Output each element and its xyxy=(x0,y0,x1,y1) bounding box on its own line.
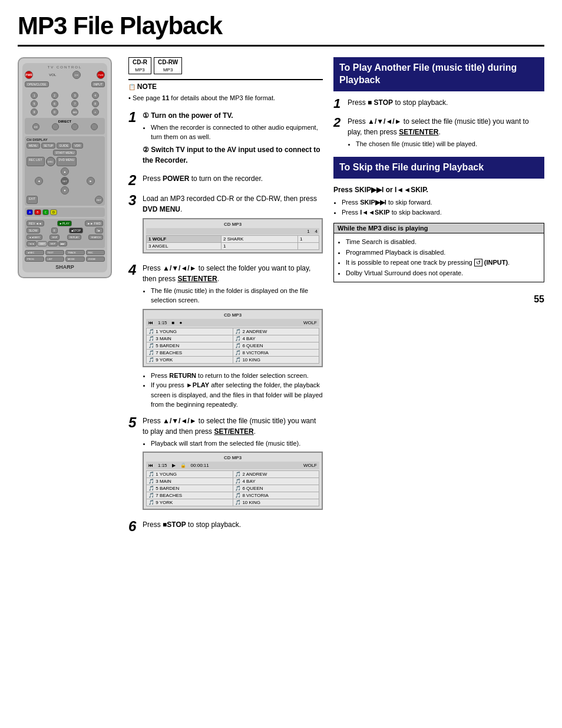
step-3-content: Load an MP3 recorded CD-R or the CD-RW, … xyxy=(143,193,323,257)
screen-2-cell-barden: 🎵 5 BARDEN xyxy=(147,342,233,349)
remote-setup-btn[interactable]: SETUP xyxy=(41,143,56,149)
remote-d-btn-100[interactable]: 100 xyxy=(32,123,39,130)
remote-image-btn[interactable]: IMG xyxy=(71,108,78,116)
remote-yellow-btn[interactable]: D xyxy=(50,209,57,215)
remote-num-4[interactable]: 4 xyxy=(92,92,99,99)
remote-up-btn[interactable]: ▲ xyxy=(61,167,69,176)
step-4-play: If you press ►PLAY after selecting the f… xyxy=(151,380,323,410)
screen-2-cell-beaches: 🎵 7 BEACHES xyxy=(147,349,233,356)
remote-open-close-btn[interactable]: OPEN/CLOSE xyxy=(25,81,49,87)
page-number: 55 xyxy=(333,294,544,305)
remote-rec2-btn[interactable]: REC xyxy=(86,250,105,255)
remote-input-btn[interactable]: INPUT xyxy=(91,81,105,87)
remote-left-btn[interactable]: ◄ xyxy=(35,177,43,185)
remote-mode-btn[interactable]: MODE xyxy=(65,256,85,262)
step-4-return: Press RETURN to return to the folder sel… xyxy=(151,371,323,381)
remote-zoom-btn[interactable]: ZOOM xyxy=(86,256,105,262)
remote-numpad: 1 2 3 4 5 6 7 8 9 0 IMG + xyxy=(25,92,105,116)
remote-exit-btn[interactable]: EXIT xyxy=(27,196,38,204)
while-playing-box: While the MP3 disc is playing Time Searc… xyxy=(333,223,544,282)
step-5-content: Press ▲/▼/◄/► to select the file (music … xyxy=(143,416,323,514)
remote-num-3[interactable]: 3 xyxy=(71,92,78,99)
remote-set-enter-btn[interactable]: SET xyxy=(61,177,69,185)
remote-easy-btn[interactable]: ◄◄EASY xyxy=(27,235,42,240)
remote-menu-btn[interactable]: MENU xyxy=(27,143,40,149)
remote-power-tv-btn[interactable]: PWR xyxy=(97,71,105,79)
remote-stop-btn[interactable]: ■STOP xyxy=(69,228,84,233)
remote-skip-fwd-btn[interactable]: SKIP xyxy=(49,235,59,240)
step-2-content: Press POWER to turn on the recorder. xyxy=(143,173,323,187)
remote-num-9[interactable]: 9 xyxy=(31,108,38,116)
remote-slow-btn[interactable]: SLOW xyxy=(27,228,40,233)
remote-num-7[interactable]: 7 xyxy=(71,100,78,107)
remote-start-menu-btn[interactable]: START MENU xyxy=(53,150,77,156)
remote-disc-btn[interactable]: DISC xyxy=(46,157,55,166)
skip-header: To Skip the File during Playback xyxy=(333,157,544,179)
remote-num-5[interactable]: 5 xyxy=(31,100,38,107)
remote-plus-btn[interactable]: + xyxy=(92,108,99,116)
remote-skip-fwd3-btn[interactable]: ▶▶I xyxy=(58,241,67,246)
remote-num-8[interactable]: 8 xyxy=(92,100,99,107)
remote-blue-btn[interactable]: A xyxy=(27,209,33,215)
remote-num-1[interactable]: 1 xyxy=(31,92,38,99)
remote-d-btn-3[interactable] xyxy=(91,123,98,130)
remote-fwd-btn[interactable]: ►► FWD xyxy=(85,220,103,226)
remote-play-btn[interactable]: ►PLAY xyxy=(57,220,72,226)
screen-2-row-3: 🎵 5 BARDEN 🎵 6 QUEEN xyxy=(147,342,319,349)
screen-2-folder-name: WOLF xyxy=(303,320,317,325)
remote-pause-stop-row: SLOW II ■STOP I► xyxy=(27,228,103,233)
step-1-sub-1: When the recorder is connected to other … xyxy=(151,123,323,142)
remote-d-btn-1[interactable] xyxy=(52,123,59,130)
remote-pause-btn[interactable]: II xyxy=(51,228,58,233)
remote-text-btn[interactable]: TEXT xyxy=(45,250,65,255)
remote-power-btn[interactable]: PWR xyxy=(25,71,33,79)
page-title: MP3 File Playback xyxy=(18,12,544,47)
screen-3-cell-main: 🎵 3 MAIN xyxy=(147,478,233,485)
screen-3-cell-york: 🎵 9 YORK xyxy=(147,499,233,506)
screen-1-row-2: 3 ANGEL 1 xyxy=(147,242,319,249)
remote-right-btn[interactable]: ► xyxy=(87,177,95,185)
remote-red-btn[interactable]: B xyxy=(34,209,41,215)
remote-skip-back-btn[interactable]: I◄◄ xyxy=(27,241,37,246)
remote-rec-list-btn[interactable]: REC LIST xyxy=(27,157,45,166)
remote-num-0[interactable]: 0 xyxy=(51,108,58,116)
remote-search-btn[interactable]: SEARCH xyxy=(88,235,103,240)
screen-3-elapsed: 00:00:11 xyxy=(191,463,209,468)
screen-2-cell-victoria: 🎵 8 VICTORIA xyxy=(233,349,319,356)
step-4-num: 4 xyxy=(128,263,139,410)
while-1: Time Search is disabled. xyxy=(346,237,539,248)
step-5-num: 5 xyxy=(128,416,139,514)
screen-2-title: CD MP3 xyxy=(146,312,319,318)
remote-list-btn[interactable]: LIST xyxy=(45,256,65,262)
remote-prog-btn[interactable]: PROG xyxy=(25,256,44,262)
screen-1-mockup: CD MP3 1 4 1 WOLF 2 SHARK 1 3 ANGEL xyxy=(143,218,323,253)
remote-num-2[interactable]: 2 xyxy=(51,92,58,99)
remote-down-btn[interactable]: ▼ xyxy=(61,186,69,195)
remote-vdr-btn[interactable]: VDR xyxy=(72,143,83,149)
play-another-sub: The chosen file (music title) will be pl… xyxy=(356,139,544,149)
remote-return-btn[interactable]: RET xyxy=(95,196,103,204)
middle-column: CD-RMP3 CD-RWMP3 NOTE • See page 11 for … xyxy=(128,57,323,539)
remote-exit-return-row: EXIT RET xyxy=(27,196,103,204)
while-playing-body: Time Search is disabled. Programmed Play… xyxy=(334,233,544,282)
screen-3-cell-barden: 🎵 5 BARDEN xyxy=(147,485,233,492)
remote-tracking-btn[interactable]: TRACK xyxy=(65,250,85,255)
remote-ch-display-label: CH DISPLAY xyxy=(27,138,103,141)
play-another-steps: 1 Press ■ STOP to stop playback. 2 Press… xyxy=(333,97,544,149)
remote-num-6[interactable]: 6 xyxy=(51,100,58,107)
play-another-section: To Play Another File (music title) durin… xyxy=(333,57,544,149)
remote-vol-label: VOL xyxy=(49,73,56,77)
remote-skip-fwd2-btn[interactable]: SKIP xyxy=(48,241,58,246)
screen-3-table: 🎵 1 YOUNG 🎵 2 ANDREW 🎵 3 MAIN 🎵 4 BAY 🎵 … xyxy=(146,470,319,506)
remote-ch-btn[interactable]: CH xyxy=(72,71,81,79)
remote-dvd-menu-btn[interactable]: DVD MENU xyxy=(57,157,77,166)
remote-guide-btn[interactable]: GUIDE xyxy=(57,143,71,149)
remote-green-btn[interactable]: C xyxy=(42,209,49,215)
remote-d-btn-2[interactable] xyxy=(71,123,78,130)
remote-replay-btn[interactable]: REPLAY xyxy=(67,235,81,240)
while-3: It is possible to repeat one track by pr… xyxy=(346,258,539,268)
remote-direct-section: DIRECT 100 xyxy=(25,118,105,134)
remote-rev-btn[interactable]: REV ◄◄ xyxy=(27,220,44,226)
remote-nec-btn[interactable]: ◄NEC xyxy=(25,250,44,255)
remote-step-btn[interactable]: I► xyxy=(95,228,103,233)
